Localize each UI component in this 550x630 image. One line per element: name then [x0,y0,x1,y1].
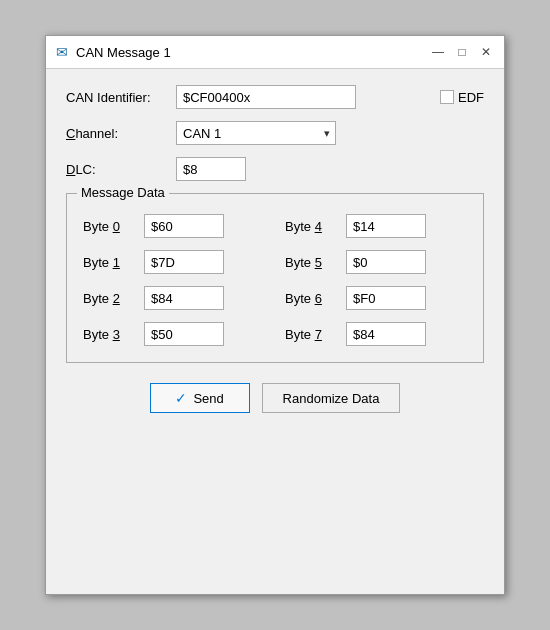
close-button[interactable]: ✕ [476,42,496,62]
minimize-button[interactable]: — [428,42,448,62]
identifier-row: CAN Identifier: EDF [66,85,484,109]
byte-row-1: Byte 1 [83,250,265,274]
randomize-button-label: Randomize Data [283,391,380,406]
randomize-button[interactable]: Randomize Data [262,383,401,413]
edf-group: EDF [440,90,484,105]
title-bar: ✉ CAN Message 1 — □ ✕ [46,36,504,69]
button-row: ✓ Send Randomize Data [66,383,484,429]
byte-row-7: Byte 7 [285,322,467,346]
restore-button[interactable]: □ [452,42,472,62]
byte-6-label: Byte 6 [285,291,340,306]
main-window: ✉ CAN Message 1 — □ ✕ CAN Identifier: ED… [45,35,505,595]
bytes-right-column: Byte 4 Byte 5 Byte 6 Byte 7 [285,214,467,346]
identifier-label: CAN Identifier: [66,90,176,105]
byte-row-3: Byte 3 [83,322,265,346]
window-icon: ✉ [54,44,70,60]
byte-2-input[interactable] [144,286,224,310]
byte-6-input[interactable] [346,286,426,310]
byte-4-input[interactable] [346,214,426,238]
bytes-left-column: Byte 0 Byte 1 Byte 2 Byte 3 [83,214,265,346]
dlc-label: DLC: [66,162,176,177]
byte-1-label: Byte 1 [83,255,138,270]
title-bar-controls: — □ ✕ [428,42,496,62]
byte-row-2: Byte 2 [83,286,265,310]
byte-row-0: Byte 0 [83,214,265,238]
dlc-input[interactable] [176,157,246,181]
edf-label: EDF [458,90,484,105]
channel-row: Channel: CAN 1 CAN 2 CAN 3 ▾ [66,121,484,145]
byte-7-input[interactable] [346,322,426,346]
byte-row-6: Byte 6 [285,286,467,310]
byte-row-5: Byte 5 [285,250,467,274]
byte-3-label: Byte 3 [83,327,138,342]
byte-5-label: Byte 5 [285,255,340,270]
send-button[interactable]: ✓ Send [150,383,250,413]
message-data-group: Message Data Byte 0 Byte 1 Byte 2 [66,193,484,363]
byte-7-label: Byte 7 [285,327,340,342]
window-title: CAN Message 1 [76,45,428,60]
send-button-label: Send [193,391,223,406]
check-icon: ✓ [175,390,187,406]
bytes-grid: Byte 0 Byte 1 Byte 2 Byte 3 [83,214,467,346]
byte-2-label: Byte 2 [83,291,138,306]
byte-0-input[interactable] [144,214,224,238]
channel-select-wrapper: CAN 1 CAN 2 CAN 3 ▾ [176,121,336,145]
byte-3-input[interactable] [144,322,224,346]
dlc-row: DLC: [66,157,484,181]
channel-label: Channel: [66,126,176,141]
byte-0-label: Byte 0 [83,219,138,234]
form-content: CAN Identifier: EDF Channel: CAN 1 CAN 2… [46,69,504,445]
edf-checkbox[interactable] [440,90,454,104]
channel-select[interactable]: CAN 1 CAN 2 CAN 3 [176,121,336,145]
byte-4-label: Byte 4 [285,219,340,234]
identifier-input[interactable] [176,85,356,109]
byte-row-4: Byte 4 [285,214,467,238]
byte-5-input[interactable] [346,250,426,274]
message-data-legend: Message Data [77,185,169,200]
byte-1-input[interactable] [144,250,224,274]
